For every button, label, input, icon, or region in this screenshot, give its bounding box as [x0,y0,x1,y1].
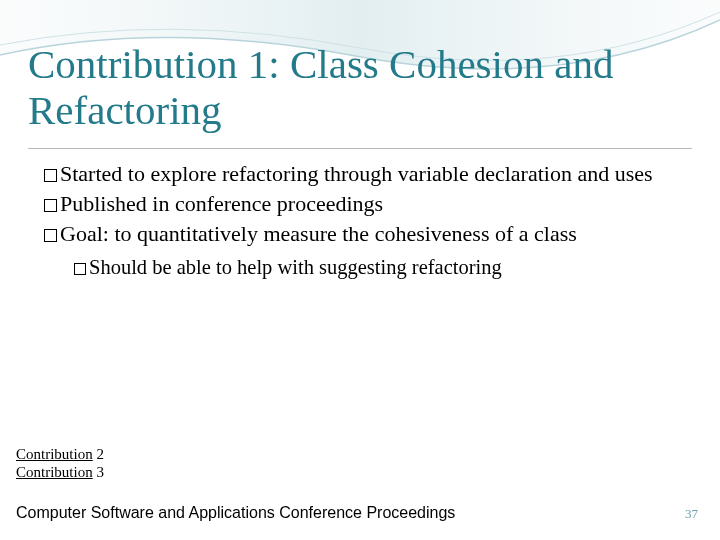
contribution-links: Contribution 2 Contribution 3 [16,445,104,483]
contribution-3-link[interactable]: Contribution [16,464,93,480]
slide-body: Started to explore refactoring through v… [28,160,692,281]
footer-text: Computer Software and Applications Confe… [16,504,455,522]
bullet-marker-icon [44,169,57,182]
contribution-2-link[interactable]: Contribution [16,446,93,462]
bullet-item: Goal: to quantitatively measure the cohe… [28,220,692,248]
bullet-item: Started to explore refactoring through v… [28,160,692,188]
slide: Contribution 1: Class Cohesion and Refac… [0,0,720,540]
sub-bullet-text: Should be able to help with suggesting r… [89,256,502,278]
title-underline [28,148,692,149]
bullet-text: Goal: to quantitatively measure the cohe… [60,221,577,246]
page-number: 37 [685,506,698,522]
bullet-text: Published in conference proceedings [60,191,383,216]
bullet-item: Published in conference proceedings [28,190,692,218]
link-row: Contribution 3 [16,463,104,482]
slide-title: Contribution 1: Class Cohesion and Refac… [28,42,692,134]
link-num: 3 [96,464,104,480]
bullet-marker-icon [74,263,86,275]
sub-bullet-item: Should be able to help with suggesting r… [28,254,692,280]
bullet-marker-icon [44,199,57,212]
bullet-marker-icon [44,229,57,242]
link-num: 2 [96,446,104,462]
link-row: Contribution 2 [16,445,104,464]
bullet-text: Started to explore refactoring through v… [60,161,653,186]
